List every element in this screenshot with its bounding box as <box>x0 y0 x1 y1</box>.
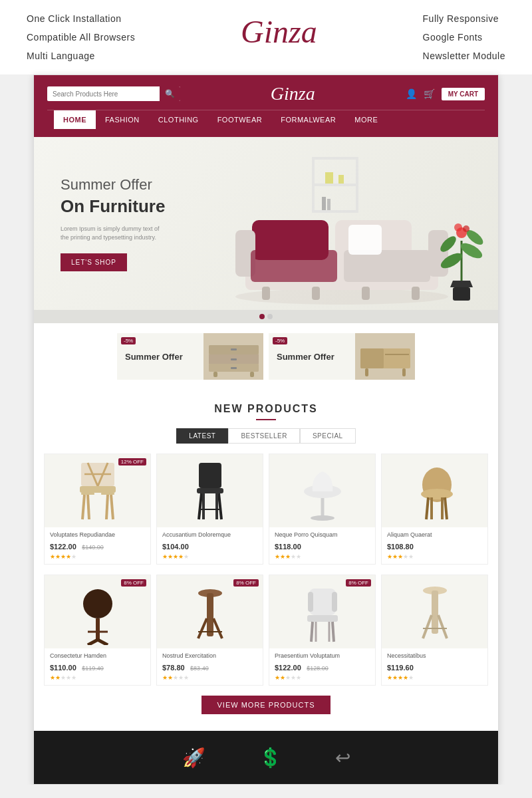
svg-rect-19 <box>362 287 370 300</box>
svg-rect-58 <box>197 488 223 493</box>
product-card-4[interactable]: Aliquam Quaerat $108.80 ★★★★★ <box>381 454 488 565</box>
cart-button[interactable]: MY CART <box>442 88 485 100</box>
nav-fashion[interactable]: FASHION <box>96 110 149 129</box>
product-grid-row1: 12% OFF Voluptates Repudiandae $122.00 $… <box>44 454 488 565</box>
nav-home[interactable]: HOME <box>54 110 96 129</box>
product-stars-8: ★★★★★ <box>387 674 482 681</box>
user-icon[interactable]: 👤 <box>406 88 417 99</box>
tab-latest[interactable]: LATEST <box>176 428 228 444</box>
svg-rect-22 <box>453 287 470 301</box>
offer-card-2[interactable]: -5% Summer Offer <box>269 333 415 380</box>
svg-point-73 <box>83 589 112 618</box>
svg-rect-57 <box>199 463 221 488</box>
title-underline <box>256 419 276 420</box>
svg-rect-45 <box>402 368 406 376</box>
offer-card-1[interactable]: -5% Summer Offer <box>117 333 263 380</box>
product-stars-5: ★★★★★ <box>50 674 145 681</box>
dot-1[interactable] <box>259 314 265 319</box>
svg-rect-20 <box>412 287 420 300</box>
product-info-4: Aliquam Quaerat $108.80 ★★★★★ <box>382 527 487 564</box>
offer-label-2: Summer Offer <box>269 352 342 362</box>
svg-rect-0 <box>312 157 358 160</box>
discount-badge-5: 8% OFF <box>121 579 146 587</box>
product-card-1[interactable]: 12% OFF Voluptates Repudiandae $122.00 $… <box>44 454 151 565</box>
nav-footwear[interactable]: FOOTWEAR <box>208 110 272 129</box>
product-name-7: Praesentium Voluptatum <box>275 652 370 659</box>
product-card-5[interactable]: 8% OFF Consectetur Hamden $110.00 $119.4… <box>44 575 151 686</box>
svg-line-53 <box>82 495 84 519</box>
product-card-6[interactable]: 8% OFF Nostrud Exercitation $78.80 $83.4… <box>156 575 263 686</box>
nav-formalwear[interactable]: FORMALWEAR <box>271 110 345 129</box>
product-pricing-7: $122.00 $128.00 <box>275 661 370 673</box>
offer-section: -5% Summer Offer <box>34 323 498 390</box>
feature-bar: One Click Installation Compatible All Br… <box>0 0 532 74</box>
header-brand: Ginza <box>271 83 315 104</box>
slider-dots <box>34 310 498 323</box>
product-name-4: Aliquam Quaerat <box>387 531 482 538</box>
svg-rect-43 <box>385 354 409 355</box>
footer-icon-return: ↩ <box>335 747 350 769</box>
product-card-3[interactable]: Neque Porro Quisquam $118.00 ★★★★★ <box>269 454 376 565</box>
view-more-button[interactable]: VIEW MORE PRODUCTS <box>201 696 331 714</box>
product-pricing-3: $118.00 <box>275 540 370 552</box>
product-card-7[interactable]: 8% OFF Praesentium Voluptatum $122.00 $1… <box>269 575 376 686</box>
products-title: NEW PRODUCTS <box>44 403 488 415</box>
product-img-4 <box>382 454 487 527</box>
product-stars-4: ★★★★★ <box>387 553 482 560</box>
offer-badge-2: -5% <box>273 337 287 344</box>
return-icon: ↩ <box>335 747 350 769</box>
store-header: 🔍 Ginza 👤 🛒 MY CART HOME FASHION CLOTHIN… <box>34 75 498 137</box>
dot-2[interactable] <box>267 314 273 319</box>
hero-banner: Summer Offer On Furniture Lorem Ipsum is… <box>34 137 498 310</box>
svg-rect-92 <box>432 591 438 634</box>
product-old-price-6: $83.40 <box>190 665 209 672</box>
product-pricing-1: $122.00 $140.00 <box>50 540 145 552</box>
svg-line-87 <box>311 622 313 642</box>
svg-line-77 <box>98 640 108 645</box>
svg-line-69 <box>426 497 428 519</box>
svg-point-68 <box>421 489 453 499</box>
product-tabs: LATEST BESTSELLER SPECIAL <box>44 428 488 444</box>
product-card-8[interactable]: Necessitatibus $119.60 ★★★★★ <box>381 575 488 686</box>
svg-line-81 <box>213 618 222 638</box>
product-price-1: $122.00 <box>50 543 76 551</box>
plant-illustration <box>438 207 485 310</box>
search-box[interactable]: 🔍 <box>47 86 180 101</box>
product-name-5: Consectetur Hamden <box>50 652 145 659</box>
product-pricing-4: $108.80 <box>387 540 482 552</box>
hero-cta-button[interactable]: LET'S SHOP <box>61 253 127 271</box>
products-section: NEW PRODUCTS LATEST BESTSELLER SPECIAL <box>34 390 498 731</box>
product-img-8 <box>382 575 487 648</box>
svg-line-94 <box>438 615 447 638</box>
product-stars-6: ★★★★★ <box>162 674 257 681</box>
search-input[interactable] <box>47 88 160 100</box>
feature-one-click: One Click Installation <box>27 13 135 24</box>
svg-line-59 <box>199 493 201 519</box>
header-actions: 👤 🛒 MY CART <box>406 88 485 100</box>
product-price-4: $108.80 <box>387 543 414 551</box>
product-pricing-5: $110.00 $119.40 <box>50 661 145 673</box>
product-stars-7: ★★★★★ <box>275 674 370 681</box>
feature-fonts: Google Fonts <box>423 32 505 43</box>
svg-rect-79 <box>207 593 213 636</box>
product-name-1: Voluptates Repudiandae <box>50 531 145 538</box>
svg-rect-86 <box>307 615 338 622</box>
cart-icon[interactable]: 🛒 <box>424 88 435 99</box>
tab-special[interactable]: SPECIAL <box>300 428 356 444</box>
brand-center: Ginza <box>241 13 317 50</box>
product-card-2[interactable]: Accusantium Doloremque $104.00 ★★★★★ <box>156 454 263 565</box>
store-nav: HOME FASHION CLOTHING FOOTWEAR FORMALWEA… <box>47 110 485 129</box>
svg-rect-38 <box>231 367 237 369</box>
tab-bestseller[interactable]: BESTSELLER <box>228 428 299 444</box>
product-pricing-6: $78.80 $83.40 <box>162 661 257 673</box>
store-wrapper: 🔍 Ginza 👤 🛒 MY CART HOME FASHION CLOTHIN… <box>33 74 499 785</box>
svg-rect-85 <box>332 592 337 612</box>
svg-rect-17 <box>262 287 270 300</box>
nav-clothing[interactable]: CLOTHING <box>149 110 208 129</box>
search-button[interactable]: 🔍 <box>160 86 180 101</box>
product-old-price-5: $119.40 <box>82 665 104 672</box>
svg-rect-84 <box>308 592 313 612</box>
svg-line-56 <box>106 495 108 519</box>
product-price-8: $119.60 <box>387 664 414 672</box>
nav-more[interactable]: MORE <box>345 110 387 129</box>
